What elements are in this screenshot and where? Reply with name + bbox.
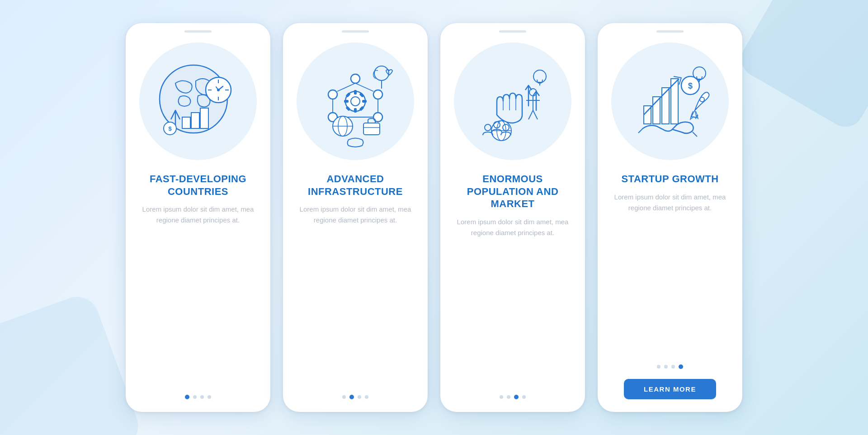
dot-1 [342,395,346,399]
dot-2 [193,395,197,399]
svg-point-17 [373,90,382,99]
dot-3 [671,365,675,369]
card-body-fast-developing: Lorem ipsum dolor sit dim amet, mea regi… [138,204,258,385]
svg-line-51 [528,110,533,119]
illustration-enormous-population [454,43,571,160]
card-advanced-infrastructure: ADVANCED INFRASTRUCTURE Lorem ipsum dolo… [283,23,428,412]
svg-rect-61 [662,88,669,124]
dot-4 [208,395,211,399]
card-body-enormous-population: Lorem ipsum dolor sit dim amet, mea regi… [453,217,572,385]
illustration-advanced-infrastructure [297,43,414,160]
svg-rect-12 [182,117,190,128]
svg-rect-14 [200,108,208,128]
svg-rect-40 [363,123,380,135]
dot-4-active [679,364,683,369]
card-fast-developing: $ FAST-DEVELOPING COUNTRIES Lorem ipsum … [126,23,270,412]
dots-enormous-population [500,395,526,399]
svg-point-45 [533,70,546,83]
svg-point-15 [351,74,360,83]
dot-2 [507,395,510,399]
cards-container: $ FAST-DEVELOPING COUNTRIES Lorem ipsum … [108,5,760,430]
dot-3-active [514,395,519,399]
svg-point-65 [693,67,706,80]
dot-1 [657,365,660,369]
svg-rect-28 [354,108,357,113]
svg-line-69 [693,132,697,137]
svg-text:$: $ [688,81,693,90]
phone-speaker-4 [656,30,684,33]
card-startup-growth: $ STARTUP GROWTH Lorem ipsum dolor s [598,23,742,412]
dot-2 [664,365,668,369]
svg-point-16 [328,90,337,99]
svg-rect-13 [191,113,199,128]
illustration-startup-growth: $ [611,43,729,160]
dot-4 [522,395,526,399]
svg-point-35 [374,66,389,80]
dots-fast-developing [185,395,211,399]
card-body-advanced-infrastructure: Lorem ipsum dolor sit dim amet, mea regi… [296,204,415,385]
svg-text:$: $ [168,125,172,132]
dot-1-active [185,395,189,399]
card-title-fast-developing: FAST-DEVELOPING COUNTRIES [138,173,258,198]
card-body-startup-growth: Lorem ipsum dolor sit dim amet, mea regi… [610,192,730,355]
phone-speaker-2 [342,30,369,33]
svg-point-8 [217,89,220,91]
dot-1 [500,395,503,399]
dots-startup-growth [657,364,683,369]
svg-line-21 [355,83,373,91]
illustration-fast-developing: $ [139,43,257,160]
card-title-enormous-population: ENORMOUS POPULATION AND MARKET [453,173,572,210]
card-title-advanced-infrastructure: ADVANCED INFRASTRUCTURE [296,173,415,198]
svg-rect-30 [362,100,367,103]
svg-point-56 [485,124,491,131]
dot-2-active [349,395,354,399]
svg-rect-27 [354,90,357,95]
svg-line-52 [533,110,538,119]
card-title-startup-growth: STARTUP GROWTH [621,173,718,185]
phone-speaker-1 [184,30,212,33]
dot-3 [200,395,204,399]
phone-speaker-3 [499,30,526,33]
svg-line-68 [638,128,643,133]
dots-advanced-infrastructure [342,395,368,399]
dot-3 [358,395,361,399]
svg-rect-29 [344,100,349,103]
svg-line-20 [337,83,355,91]
card-enormous-population: ENORMOUS POPULATION AND MARKET Lorem ips… [440,23,585,412]
dot-4 [365,395,368,399]
learn-more-button[interactable]: LEARN MORE [624,379,716,399]
